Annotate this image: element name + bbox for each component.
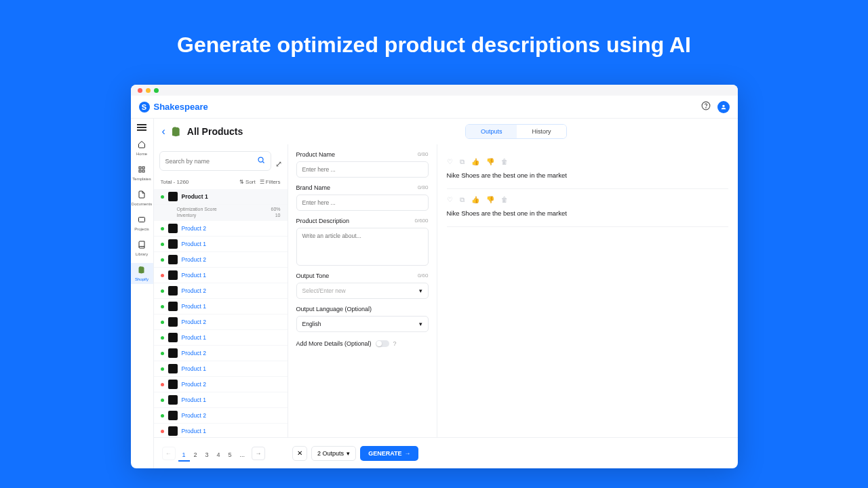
search-field[interactable] — [159, 151, 271, 171]
output-actions: ♡ ⧉ 👍 👎 🗑 — [447, 158, 728, 166]
form-column: Product Name0/80 Brand Name0/80 Product … — [288, 144, 437, 437]
status-dot-icon — [161, 305, 164, 308]
tab-history[interactable]: History — [517, 125, 566, 138]
product-row[interactable]: Product 2 — [154, 221, 288, 237]
brand-name-input[interactable] — [296, 195, 429, 211]
product-row[interactable]: Product 1 — [154, 361, 288, 377]
page-number[interactable]: ... — [236, 449, 250, 460]
generate-button[interactable]: GENERATE→ — [360, 446, 418, 461]
templates-icon — [138, 165, 146, 176]
minimize-window-dot[interactable] — [146, 88, 151, 93]
page-number[interactable]: 5 — [224, 449, 236, 460]
product-list[interactable]: Product 1 Optimization Score60% Inventor… — [154, 189, 288, 437]
product-row[interactable]: Product 1 — [154, 424, 288, 437]
sort-button[interactable]: ⇅ Sort — [239, 179, 256, 185]
documents-icon — [138, 190, 146, 201]
delete-icon[interactable]: 🗑 — [501, 158, 508, 166]
close-window-dot[interactable] — [138, 88, 142, 93]
svg-rect-5 — [139, 170, 141, 172]
filters-button[interactable]: ☰ Filters — [260, 179, 281, 185]
nav-shopify[interactable]: Shopify — [131, 263, 153, 284]
nav-documents[interactable]: Documents — [131, 188, 153, 209]
product-name-input[interactable] — [296, 161, 429, 178]
status-dot-icon — [161, 289, 164, 293]
nav-library[interactable]: Library — [131, 238, 153, 259]
product-row[interactable]: Product 2 — [154, 314, 288, 330]
product-row[interactable]: Product 2 — [154, 408, 288, 424]
product-row[interactable]: Product 2 — [154, 346, 288, 361]
product-row[interactable]: Product 2 — [154, 252, 288, 268]
product-row[interactable]: Product 1 — [154, 392, 288, 408]
sort-icon: ⇅ — [239, 179, 244, 185]
add-more-toggle[interactable] — [376, 340, 389, 347]
status-dot-icon — [161, 321, 164, 324]
page-number[interactable]: 2 — [190, 449, 201, 460]
add-more-toggle-row: Add More Details (Optional) ? — [296, 340, 429, 347]
total-count: Total - 1260 — [161, 179, 236, 185]
tab-outputs[interactable]: Outputs — [466, 125, 517, 138]
info-icon[interactable]: ? — [393, 340, 397, 347]
output-column: ♡ ⧉ 👍 👎 🗑 Nike Shoes are the best one in… — [437, 144, 738, 437]
thumbs-down-icon[interactable]: 👎 — [486, 158, 494, 166]
product-thumb — [168, 380, 178, 389]
main-content: ‹ All Products Outputs History ⤢ — [154, 119, 738, 468]
copy-icon[interactable]: ⧉ — [460, 196, 465, 204]
pagination: ← 12345... → — [162, 447, 266, 460]
product-row[interactable]: Product 1 — [154, 237, 288, 252]
product-row[interactable]: Product 2 — [154, 377, 288, 392]
expand-icon[interactable]: ⤢ — [275, 159, 282, 169]
shopify-icon — [138, 266, 146, 276]
filter-icon: ☰ — [260, 179, 264, 185]
nav-projects[interactable]: Projects — [131, 213, 153, 234]
app-window: S Shakespeare Home Templates Documents — [131, 85, 738, 468]
product-thumb — [168, 286, 178, 296]
product-name-counter: 0/80 — [418, 151, 429, 158]
status-dot-icon — [161, 383, 164, 386]
maximize-window-dot[interactable] — [154, 88, 159, 93]
brand-name-counter: 0/80 — [418, 184, 429, 191]
list-meta: Total - 1260 ⇅ Sort ☰ Filters — [159, 176, 282, 189]
page-number[interactable]: 4 — [213, 449, 224, 460]
product-row[interactable]: Product 1 — [154, 268, 288, 283]
nav-templates[interactable]: Templates — [131, 163, 153, 184]
product-row[interactable]: Product 2 — [154, 283, 288, 299]
product-thumb — [168, 255, 178, 264]
heart-icon[interactable]: ♡ — [447, 158, 453, 166]
heart-icon[interactable]: ♡ — [447, 196, 453, 204]
output-tone-label: Output Tone — [296, 272, 330, 279]
status-dot-icon — [161, 336, 164, 340]
output-tone-select[interactable]: Select/Enter new ▾ — [296, 283, 429, 299]
app-logo[interactable]: S Shakespeare — [139, 102, 208, 113]
product-row-selected[interactable]: Product 1 — [154, 189, 288, 205]
back-chevron-icon[interactable]: ‹ — [162, 125, 165, 138]
copy-icon[interactable]: ⧉ — [460, 158, 465, 166]
product-thumb — [168, 270, 178, 280]
clear-button[interactable]: ✕ — [292, 446, 307, 461]
hero-title: Generate optimized product descriptions … — [0, 0, 868, 85]
status-dot-icon — [161, 258, 164, 262]
thumbs-up-icon[interactable]: 👍 — [471, 158, 479, 166]
outputs-count-select[interactable]: 2 Outputs▾ — [311, 446, 356, 461]
page-number[interactable]: 3 — [201, 449, 213, 460]
product-row[interactable]: Product 1 — [154, 330, 288, 346]
search-input[interactable] — [165, 158, 253, 165]
hamburger-icon[interactable] — [137, 124, 146, 131]
product-desc-label: Product Description — [296, 218, 350, 224]
help-icon[interactable] — [701, 101, 711, 113]
page-number[interactable]: 1 — [178, 449, 190, 462]
status-dot-icon — [161, 430, 164, 433]
shopify-bag-icon — [171, 126, 182, 137]
next-page-button[interactable]: → — [252, 447, 265, 460]
thumbs-up-icon[interactable]: 👍 — [471, 196, 479, 204]
page-head: ‹ All Products Outputs History — [154, 119, 738, 144]
prev-page-button[interactable]: ← — [162, 447, 176, 460]
thumbs-down-icon[interactable]: 👎 — [486, 196, 494, 204]
product-row[interactable]: Product 1 — [154, 299, 288, 314]
nav-home[interactable]: Home — [131, 138, 153, 159]
product-desc-textarea[interactable] — [296, 228, 429, 266]
user-avatar-icon[interactable] — [717, 101, 730, 113]
search-icon[interactable] — [257, 156, 265, 166]
product-thumb — [168, 426, 178, 436]
output-lang-select[interactable]: English ▾ — [296, 316, 429, 332]
delete-icon[interactable]: 🗑 — [501, 196, 508, 204]
